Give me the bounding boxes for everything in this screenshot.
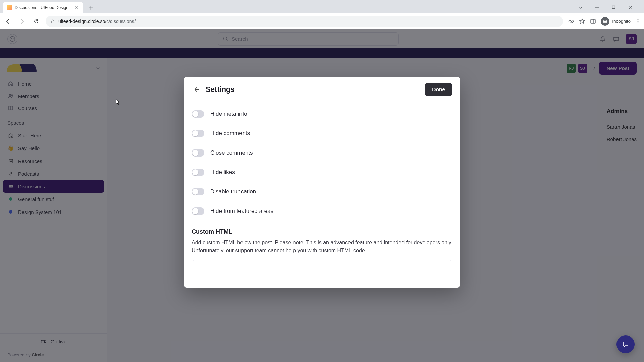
modal-back-button[interactable] xyxy=(192,85,201,94)
toggle-switch[interactable] xyxy=(192,149,204,157)
toggle-switch[interactable] xyxy=(192,169,204,176)
window-close-button[interactable] xyxy=(629,5,638,10)
lock-icon xyxy=(50,19,55,24)
modal-title: Settings xyxy=(206,85,235,94)
modal-body[interactable]: Hide meta infoHide commentsClose comment… xyxy=(184,102,460,288)
toggle-row-hide-likes: Hide likes xyxy=(192,163,452,182)
custom-html-textarea[interactable] xyxy=(192,260,452,288)
browser-titlebar: Discussions | UIFeed Design xyxy=(0,0,644,13)
help-fab-button[interactable] xyxy=(616,335,635,353)
incognito-avatar-icon xyxy=(601,17,609,26)
window-controls xyxy=(578,5,641,13)
toggle-row-disable-truncation: Disable truncation xyxy=(192,182,452,201)
toggle-label: Hide likes xyxy=(210,169,235,176)
svg-point-8 xyxy=(638,22,639,23)
toggle-switch[interactable] xyxy=(192,110,204,118)
app-root: Search SJ HomeMembersCourses Spaces Star… xyxy=(0,29,644,362)
done-button[interactable]: Done xyxy=(425,83,452,96)
toggle-row-hide-comments: Hide comments xyxy=(192,124,452,143)
custom-html-title: Custom HTML xyxy=(192,228,452,235)
svg-point-7 xyxy=(638,21,639,22)
toggle-switch[interactable] xyxy=(192,188,204,195)
toggle-row-close-comments: Close comments xyxy=(192,143,452,163)
toggle-label: Close comments xyxy=(210,149,253,156)
toggle-label: Hide from featured areas xyxy=(210,208,273,215)
custom-html-section: Custom HTML Add custom HTML below the po… xyxy=(192,228,452,288)
chevron-down-icon[interactable] xyxy=(578,5,588,10)
tab-title: Discussions | UIFeed Design xyxy=(15,5,71,10)
nav-forward-button[interactable] xyxy=(17,17,27,26)
incognito-eye-icon[interactable] xyxy=(568,18,574,24)
new-tab-button[interactable] xyxy=(86,3,95,12)
bookmark-star-icon[interactable] xyxy=(579,18,585,24)
browser-toolbar: uifeed-design.circle.so/c/discussions/ I… xyxy=(0,13,644,29)
svg-point-4 xyxy=(603,21,605,22)
tab-close-button[interactable] xyxy=(74,5,79,10)
svg-rect-0 xyxy=(612,6,615,9)
nav-back-button[interactable] xyxy=(3,17,13,26)
toolbar-actions: Incognito xyxy=(568,17,641,26)
toggle-switch[interactable] xyxy=(192,207,204,215)
svg-rect-2 xyxy=(591,19,595,23)
side-panel-icon[interactable] xyxy=(590,18,596,24)
favicon-icon xyxy=(7,5,12,10)
svg-rect-1 xyxy=(51,21,54,23)
custom-html-description: Add custom HTML below the post. Please n… xyxy=(192,239,452,255)
svg-point-6 xyxy=(638,19,639,20)
window-minimize-button[interactable] xyxy=(595,5,604,10)
settings-modal: Settings Done Hide meta infoHide comment… xyxy=(184,77,460,288)
address-bar[interactable]: uifeed-design.circle.so/c/discussions/ xyxy=(46,16,563,27)
window-maximize-button[interactable] xyxy=(612,5,621,10)
browser-menu-button[interactable] xyxy=(635,19,641,24)
nav-reload-button[interactable] xyxy=(32,17,41,26)
toggle-label: Hide comments xyxy=(210,130,250,137)
browser-window: Discussions | UIFeed Design xyxy=(0,0,644,362)
incognito-indicator[interactable]: Incognito xyxy=(601,17,631,26)
toggle-label: Disable truncation xyxy=(210,188,256,195)
svg-point-5 xyxy=(605,21,607,22)
toggle-row-hide-from-featured-areas: Hide from featured areas xyxy=(192,201,452,221)
browser-tab[interactable]: Discussions | UIFeed Design xyxy=(3,2,83,13)
toggle-row-hide-meta-info: Hide meta info xyxy=(192,104,452,124)
toggle-switch[interactable] xyxy=(192,130,204,137)
modal-header: Settings Done xyxy=(184,77,460,102)
toggle-label: Hide meta info xyxy=(210,111,247,117)
url-text: uifeed-design.circle.so/c/discussions/ xyxy=(58,19,136,24)
